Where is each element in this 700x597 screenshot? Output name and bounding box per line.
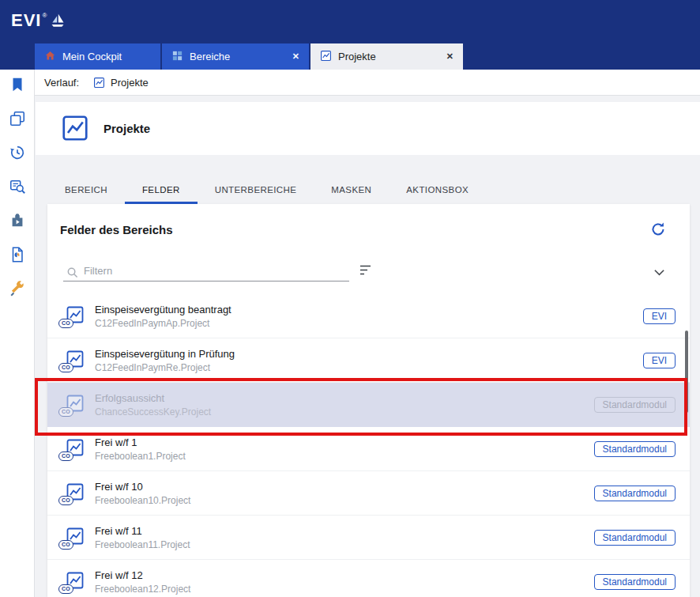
- field-title: Frei w/f 1: [95, 436, 186, 448]
- field-title: Einspeisevergütung in Prüfung: [95, 348, 235, 360]
- report-icon: [9, 246, 26, 266]
- breadcrumb-label: Verlauf:: [44, 77, 79, 89]
- page-header: Projekte: [36, 102, 700, 155]
- sidebar-item-windows[interactable]: [7, 110, 28, 129]
- tab-label: Mein Cockpit: [62, 51, 122, 62]
- list-item[interactable]: CO Frei w/f 1 Freeboolean1.Project Stand…: [47, 427, 690, 471]
- fields-list: CO Einspeisevergütung beantragt C12FeedI…: [47, 294, 690, 597]
- tab-unterbereiche[interactable]: UNTERBEREICHE: [198, 175, 314, 204]
- section-tab-strip: BEREICH FELDER UNTERBEREICHE MASKEN AKTI…: [47, 175, 486, 204]
- field-subtitle: C12FeedInPaymAp.Project: [95, 318, 231, 329]
- bookmark-icon: [9, 76, 26, 96]
- projects-page-icon: [61, 114, 89, 145]
- module-badge: Standardmodul: [594, 574, 676, 590]
- top-bar: EVI®: [0, 0, 700, 43]
- list-item[interactable]: CO Einspeisevergütung in Prüfung C12Feed…: [47, 338, 690, 383]
- field-subtitle: ChanceSuccessKey.Project: [95, 406, 211, 418]
- field-title: Frei w/f 12: [95, 569, 190, 581]
- field-title: Frei w/f 11: [95, 525, 190, 537]
- projects-icon: [93, 77, 105, 89]
- windows-icon: [9, 110, 26, 130]
- co-badge: CO: [58, 319, 73, 328]
- tab-mein-cockpit[interactable]: Mein Cockpit: [35, 43, 160, 70]
- refresh-icon: [650, 228, 666, 240]
- field-chart-icon: CO: [62, 305, 85, 327]
- sidebar-item-search-data[interactable]: [7, 178, 28, 197]
- field-subtitle: Freeboolean10.Project: [95, 495, 190, 506]
- field-chart-icon: CO: [62, 482, 85, 504]
- module-badge: Standardmodul: [594, 486, 676, 501]
- field-chart-icon: CO: [62, 438, 85, 459]
- tab-bar: Mein Cockpit Bereiche ✕ Projekte ✕: [0, 43, 700, 70]
- tab-bereich[interactable]: BEREICH: [47, 175, 125, 204]
- module-badge: EVI: [643, 353, 676, 368]
- list-item-selected[interactable]: CO Erfolgsaussicht ChanceSuccessKey.Proj…: [47, 383, 690, 427]
- home-icon: [44, 50, 56, 64]
- tab-label: Bereiche: [190, 51, 230, 62]
- panel-title: Felder des Bereichs: [60, 223, 173, 236]
- co-badge: CO: [58, 452, 73, 461]
- field-title: Einspeisevergütung beantragt: [95, 304, 231, 316]
- breadcrumb: Verlauf: Projekte: [35, 70, 700, 96]
- tools-icon: [9, 280, 26, 300]
- breadcrumb-item[interactable]: Projekte: [111, 77, 149, 89]
- field-subtitle: C12FeedInPaymRe.Project: [95, 362, 235, 373]
- tab-aktionsbox[interactable]: AKTIONSBOX: [389, 175, 486, 204]
- list-scrollbar[interactable]: [685, 331, 688, 413]
- chevron-down-icon: [653, 267, 665, 279]
- sidebar-item-reports[interactable]: [7, 246, 28, 265]
- module-badge: Standardmodul: [594, 441, 676, 457]
- list-item[interactable]: CO Frei w/f 10 Freeboolean10.Project Sta…: [47, 471, 690, 516]
- sort-icon: [359, 266, 374, 278]
- field-chart-icon: CO: [62, 394, 85, 415]
- field-subtitle: Freeboolean11.Project: [95, 539, 190, 550]
- field-title: Frei w/f 10: [95, 481, 190, 493]
- plugin-icon: [9, 212, 26, 232]
- expand-filters-button[interactable]: [652, 267, 666, 277]
- tab-label: Projekte: [338, 51, 376, 62]
- filter-input[interactable]: [63, 261, 349, 281]
- logo-text: EVI: [11, 10, 41, 31]
- field-subtitle: Freeboolean12.Project: [95, 584, 190, 595]
- evi-logo: EVI®: [11, 10, 66, 33]
- close-icon[interactable]: ✕: [446, 51, 453, 62]
- fields-panel: Felder des Bereichs: [47, 204, 690, 597]
- module-badge: Standardmodul: [594, 530, 676, 546]
- tab-projekte[interactable]: Projekte ✕: [310, 43, 463, 70]
- co-badge: CO: [58, 363, 73, 372]
- tab-bereiche[interactable]: Bereiche ✕: [162, 43, 309, 70]
- sort-button[interactable]: [358, 264, 375, 278]
- history-icon: [9, 144, 26, 164]
- page-title: Projekte: [103, 102, 150, 155]
- areas-icon: [171, 50, 183, 64]
- registered-mark: ®: [42, 12, 47, 19]
- sidebar-item-plugins[interactable]: [7, 212, 28, 231]
- projects-icon: [320, 50, 332, 64]
- refresh-button[interactable]: [650, 221, 666, 237]
- module-badge: EVI: [643, 308, 676, 324]
- tab-masken[interactable]: MASKEN: [314, 175, 389, 204]
- sidebar-item-bookmarks[interactable]: [7, 76, 28, 95]
- tab-felder[interactable]: FELDER: [125, 175, 198, 204]
- field-chart-icon: CO: [62, 571, 85, 592]
- field-title: Erfolgsaussicht: [95, 392, 211, 404]
- list-item[interactable]: CO Frei w/f 12 Freeboolean12.Project Sta…: [47, 560, 690, 597]
- module-badge: Standardmodul: [594, 397, 676, 413]
- list-item[interactable]: CO Frei w/f 11 Freeboolean11.Project Sta…: [47, 516, 690, 560]
- list-item[interactable]: CO Einspeisevergütung beantragt C12FeedI…: [47, 294, 690, 338]
- app-window: EVI® Mein Cockpit: [0, 0, 700, 597]
- field-subtitle: Freeboolean1.Project: [95, 451, 186, 462]
- field-chart-icon: CO: [62, 350, 85, 371]
- co-badge: CO: [58, 584, 73, 594]
- left-sidebar: [0, 70, 35, 597]
- co-badge: CO: [58, 496, 73, 505]
- sidebar-item-tools[interactable]: [7, 280, 28, 299]
- sailboat-icon: [50, 11, 66, 33]
- search-data-icon: [9, 178, 26, 198]
- field-chart-icon: CO: [62, 527, 85, 548]
- close-icon[interactable]: ✕: [292, 51, 299, 62]
- co-badge: CO: [58, 540, 73, 550]
- co-badge: CO: [58, 407, 73, 417]
- sidebar-item-history[interactable]: [7, 144, 28, 163]
